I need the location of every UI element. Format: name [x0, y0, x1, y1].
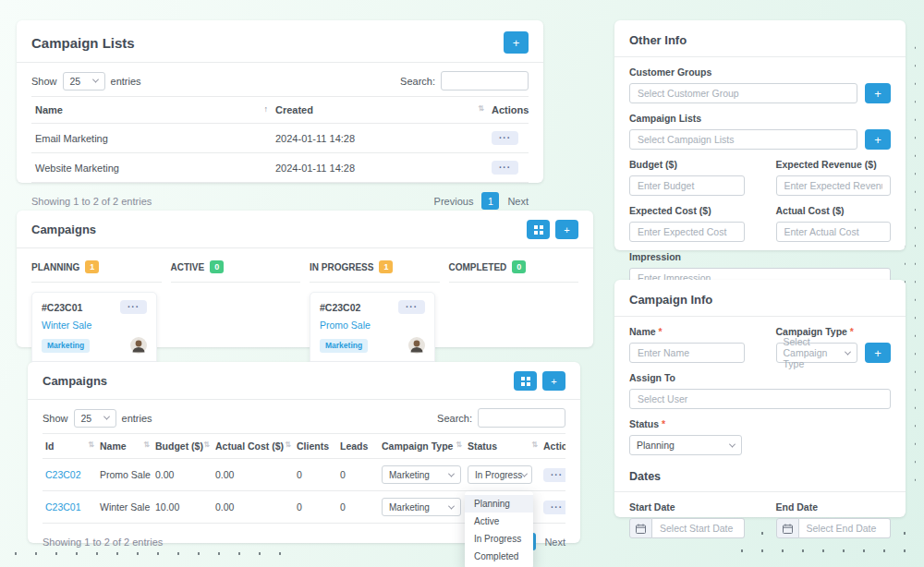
- calendar-icon: [636, 524, 646, 534]
- campaign-type-badge: Marketing: [320, 339, 368, 353]
- actual-cost-input[interactable]: [776, 222, 892, 242]
- sort-icon[interactable]: ⇅: [285, 440, 291, 449]
- campaign-info-card: Campaign Info Name * Campaign Type * Sel…: [614, 280, 906, 517]
- search-label: Search:: [437, 413, 472, 424]
- column-header-name[interactable]: Name⇅: [97, 434, 152, 459]
- row-actions-button[interactable]: ···: [543, 468, 565, 482]
- grid-view-button[interactable]: [527, 220, 550, 239]
- campaign-lists-title: Campaign Lists: [31, 35, 135, 51]
- campaign-lists-input[interactable]: [629, 129, 857, 150]
- card-actions-button[interactable]: ···: [120, 300, 147, 314]
- campaign-id-link[interactable]: C23C01: [45, 501, 81, 513]
- other-info-card: Other Info Customer Groups + Campaign Li…: [614, 20, 906, 250]
- table-row: C23C02 Promo Sale 0.00 0.00 0 0 Marketin…: [43, 459, 565, 491]
- sort-asc-icon[interactable]: ↑: [264, 104, 269, 114]
- campaign-type-select[interactable]: Marketing: [382, 465, 461, 484]
- sort-icon[interactable]: ⇅: [456, 440, 462, 449]
- column-header-actual-cost[interactable]: Actual Cost ($)⇅: [213, 434, 294, 459]
- sort-icon[interactable]: ⇅: [531, 440, 538, 449]
- add-campaign-type-button[interactable]: +: [865, 343, 891, 363]
- add-campaign-button[interactable]: +: [542, 371, 565, 391]
- budget-cell: 10.00: [152, 491, 213, 524]
- calendar-icon-button[interactable]: [629, 518, 652, 538]
- column-header-budget[interactable]: Budget ($)⇅: [152, 434, 213, 459]
- sort-icon[interactable]: ⇅: [203, 440, 210, 449]
- avatar[interactable]: [130, 337, 147, 354]
- campaign-name-link[interactable]: Winter Sale: [42, 320, 147, 331]
- sort-icon[interactable]: ⇅: [88, 440, 94, 449]
- expected-revenue-label: Expected Revenue ($): [776, 159, 892, 170]
- search-input[interactable]: [441, 71, 529, 90]
- sort-icon[interactable]: ⇅: [143, 440, 150, 449]
- divider: [614, 56, 906, 57]
- grid-icon: [534, 225, 543, 235]
- column-header-campaign-type[interactable]: Campaign Type⇅: [379, 434, 465, 459]
- entries-select[interactable]: 25: [74, 409, 116, 428]
- status-select[interactable]: Planning: [629, 435, 742, 455]
- search-label: Search:: [400, 76, 435, 87]
- sort-icon[interactable]: ⇅: [478, 104, 484, 113]
- campaigns-table-title: Campaigns: [43, 374, 107, 388]
- row-actions-button[interactable]: ···: [492, 131, 518, 145]
- leads-cell: 0: [337, 459, 379, 491]
- divider: [614, 316, 906, 317]
- next-page-link[interactable]: Next: [507, 196, 529, 207]
- customer-groups-input[interactable]: [629, 83, 857, 103]
- chevron-down-icon: [91, 77, 98, 83]
- campaign-id-link[interactable]: C23C02: [45, 469, 81, 480]
- other-info-title: Other Info: [629, 33, 687, 47]
- add-campaign-list-button[interactable]: +: [504, 31, 529, 54]
- status-dropdown-menu: Planning Active In Progress Completed: [465, 491, 533, 567]
- dropdown-option-in-progress[interactable]: In Progress: [465, 530, 533, 548]
- avatar[interactable]: [408, 337, 425, 354]
- name-cell: Winter Sale: [97, 491, 152, 524]
- entries-select[interactable]: 25: [63, 72, 105, 90]
- search-input[interactable]: [478, 408, 565, 428]
- dropdown-option-active[interactable]: Active: [465, 513, 533, 530]
- status-select[interactable]: In Progress: [468, 465, 532, 484]
- expected-cost-label: Expected Cost ($): [629, 205, 745, 216]
- calendar-icon-button[interactable]: [776, 518, 799, 538]
- add-customer-group-button[interactable]: +: [865, 83, 891, 103]
- plus-icon: +: [874, 346, 881, 360]
- assign-to-input[interactable]: [629, 389, 891, 409]
- card-actions-button[interactable]: ···: [398, 300, 425, 314]
- dates-section-title: Dates: [629, 470, 891, 483]
- column-header-leads[interactable]: Leads: [337, 434, 379, 459]
- previous-page-link[interactable]: Previous: [434, 196, 474, 207]
- column-header-actions: Actions: [541, 434, 565, 459]
- count-badge: 1: [85, 260, 99, 273]
- column-header-actions: Actions: [488, 97, 529, 124]
- column-header-clients[interactable]: Clients: [294, 434, 337, 459]
- budget-input[interactable]: [629, 175, 745, 196]
- name-input[interactable]: [629, 343, 745, 363]
- column-header-id[interactable]: Id⇅: [43, 434, 97, 459]
- next-page-link[interactable]: Next: [544, 537, 565, 548]
- row-actions-button[interactable]: ···: [492, 161, 518, 175]
- grid-view-button[interactable]: [514, 371, 537, 391]
- start-date-input[interactable]: [652, 518, 745, 538]
- leads-cell: 0: [337, 491, 379, 524]
- campaign-type-select[interactable]: Select Campaign Type: [776, 343, 858, 363]
- dropdown-option-completed[interactable]: Completed: [465, 548, 533, 565]
- add-campaign-button[interactable]: +: [555, 220, 578, 239]
- column-header-status[interactable]: Status⇅: [465, 434, 541, 459]
- budget-cell: 0.00: [152, 459, 213, 491]
- dropdown-option-planning[interactable]: Planning: [465, 495, 533, 513]
- campaign-name-link[interactable]: Promo Sale: [320, 320, 425, 331]
- customer-groups-label: Customer Groups: [629, 66, 891, 78]
- column-header-name[interactable]: Name ↑: [31, 97, 272, 124]
- page-number-button[interactable]: 1: [481, 192, 499, 210]
- end-date-input[interactable]: [799, 518, 892, 538]
- expected-cost-input[interactable]: [629, 222, 745, 242]
- start-date-label: Start Date: [629, 501, 745, 513]
- add-campaign-list-button[interactable]: +: [865, 129, 891, 150]
- name-label: Name *: [629, 326, 745, 337]
- campaign-type-badge: Marketing: [42, 339, 90, 353]
- entries-label: entries: [122, 413, 152, 424]
- expected-revenue-input[interactable]: [776, 175, 892, 196]
- list-name-cell: Email Marketing: [31, 124, 272, 153]
- column-header-created[interactable]: Created ⇅: [272, 97, 488, 124]
- row-actions-button[interactable]: ···: [543, 501, 565, 514]
- campaign-type-select[interactable]: Marketing: [382, 498, 461, 516]
